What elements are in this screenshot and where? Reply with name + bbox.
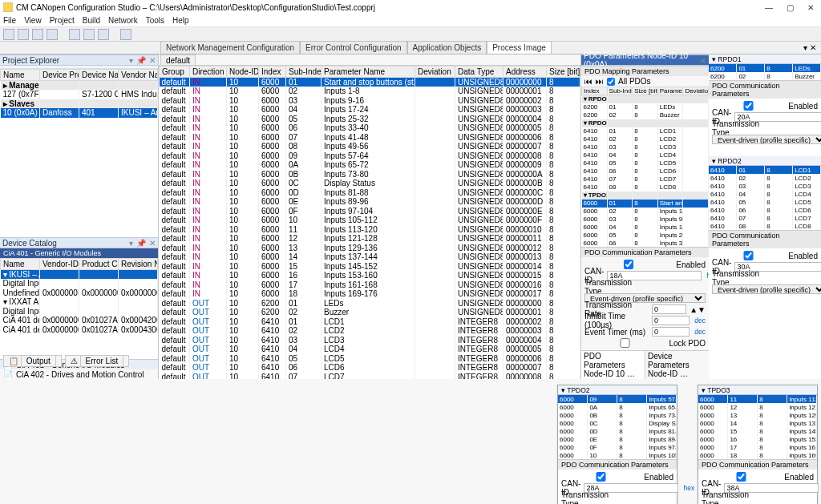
cell[interactable]: 01 [286,317,322,327]
cell[interactable]: 10 [227,78,259,87]
cell[interactable]: 127 (0x7F) [1,90,40,99]
cell[interactable] [415,317,455,327]
cell[interactable]: default [160,289,190,299]
float-header[interactable]: ▾ TPDO3 [698,385,817,395]
col-header[interactable]: Name [1,259,40,270]
float-header[interactable]: ▾ TPDO2 [558,385,677,395]
cell[interactable]: 6000 [259,123,286,133]
cell[interactable]: default [160,317,190,327]
cell[interactable]: 10 [588,451,617,459]
errorlist-tab[interactable]: ⚠ Error List [65,355,129,367]
inhibit-input[interactable] [652,316,690,325]
cell[interactable] [119,81,158,91]
cell[interactable]: 6000 [558,395,588,403]
cell[interactable]: 0x00042006 [119,316,158,325]
cell[interactable]: 8 [765,174,793,182]
cell[interactable]: IN [190,289,227,299]
cell[interactable]: 00000006 [504,133,547,143]
cell[interactable]: 6410 [259,373,286,380]
cell[interactable]: 8 [547,96,580,106]
cell[interactable]: 00000001 [504,308,547,317]
cell[interactable]: 8 [765,64,793,72]
pdo-mapping-table[interactable]: IndexSub-IndexSize [bit]Parameter NameDe… [581,87,709,247]
cell[interactable]: 8 [633,135,658,143]
lockpdo-checkbox[interactable] [584,338,665,348]
cell[interactable]: 6000 [259,271,286,280]
cell[interactable] [633,192,658,200]
cell[interactable]: IN [190,197,227,207]
cell[interactable]: 6410 [582,135,608,143]
cell[interactable]: 01 [286,78,322,87]
cell[interactable]: IN [190,133,227,143]
cell[interactable]: 08 [286,142,322,151]
cell[interactable]: 03 [286,336,322,345]
cell[interactable]: 6000 [558,435,588,443]
cell[interactable]: 6000 [259,170,286,179]
cell[interactable]: OUT [190,299,227,308]
cell[interactable]: UNSIGNED8 [455,133,504,143]
cell[interactable]: IN [190,123,227,133]
tt-select[interactable]: Event-driven (profile specific) [712,284,821,294]
cell[interactable]: 8 [547,354,580,364]
cell[interactable]: default [160,280,190,290]
cell[interactable]: 00000015 [504,271,547,280]
cell[interactable]: default [160,170,190,179]
cell[interactable]: 8 [547,142,580,151]
cell[interactable]: OUT [190,317,227,327]
cell[interactable]: 6000 [259,96,286,106]
cell[interactable] [683,103,709,111]
cell[interactable]: 6000 [698,411,728,419]
cell[interactable]: 01 [286,299,322,308]
cell[interactable]: 6000 [259,78,286,87]
cell[interactable]: 6000 [259,207,286,216]
cell[interactable] [683,159,709,167]
cell[interactable]: IKUSI – Angel S… [119,108,158,118]
cell[interactable]: 8 [758,451,787,459]
cell[interactable]: CiA 401 device [1,316,40,325]
cell[interactable]: 8 [617,419,647,427]
cell[interactable]: 6410 [709,166,737,174]
cell[interactable]: Inputs 121-128 [322,234,415,244]
cell[interactable]: 00000004 [504,115,547,124]
cell[interactable]: Inputs 161-168 [322,280,415,290]
cell[interactable]: 8 [633,127,658,135]
cell[interactable]: 10 [286,216,322,225]
cell[interactable]: 8 [547,87,580,96]
cell[interactable]: 00000003 [504,105,547,115]
cell[interactable]: 10 [227,188,259,198]
cell[interactable]: 6410 [709,198,737,206]
cell[interactable]: 6000 [698,395,728,403]
cell[interactable]: 00000000 [504,299,547,308]
cell[interactable]: 8 [633,175,658,183]
cell[interactable]: 10 [227,373,259,380]
cell[interactable]: 05 [607,159,633,167]
toolbar-cut-icon[interactable] [69,29,80,40]
cell[interactable]: 8 [547,133,580,143]
col-header[interactable]: Size [bit] [547,67,580,78]
cell[interactable]: 6000 [582,216,608,224]
cell[interactable]: 05 [286,115,322,124]
cell[interactable]: 0x01027A00 [79,325,119,335]
cell[interactable]: IN [190,207,227,216]
cell[interactable]: 10 [227,336,259,345]
cell[interactable]: 8 [633,200,658,208]
cell[interactable]: OUT [190,336,227,345]
cell[interactable]: 05 [607,232,633,240]
cell[interactable] [40,279,79,288]
cell[interactable]: 10 [227,244,259,253]
cell[interactable]: 0x00000004 [40,325,79,335]
cell[interactable]: 8 [633,111,658,119]
cell[interactable]: 12 [286,234,322,244]
cell[interactable]: 6000 [259,225,286,235]
cell[interactable]: 6200 [709,64,737,72]
col-header[interactable]: Parameter Name [657,87,683,95]
cell[interactable]: default [160,363,190,373]
cell[interactable]: default [160,262,190,272]
cell[interactable] [415,160,455,170]
device-catalog-table[interactable]: NameVendor-IDProduct CodeRevision Num… ▾… [0,258,158,334]
cell[interactable]: ▸ Manager [1,81,40,91]
cell[interactable]: 6410 [259,354,286,364]
cell[interactable]: 00000006 [504,354,547,364]
cell[interactable]: UNSIGNED8 [455,96,504,106]
cell[interactable]: 8 [547,280,580,290]
